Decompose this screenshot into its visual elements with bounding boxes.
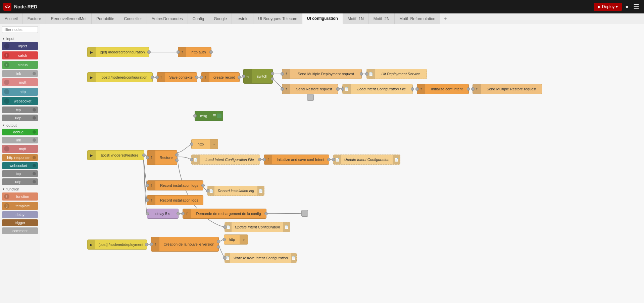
filter-nodes-input[interactable] — [2, 26, 38, 33]
switch-left-port — [242, 75, 245, 78]
sidebar-item-template[interactable]: {} template — [2, 202, 38, 210]
sidebar-item-tcp-out[interactable]: tcp — [2, 170, 38, 177]
tab-motif1n[interactable]: Motif_1N — [343, 13, 369, 24]
section-output[interactable]: ▼ output — [0, 122, 40, 128]
section-function[interactable]: ▼ function — [0, 186, 40, 192]
write-restore-label: Write restore Intent Configuration — [230, 256, 291, 260]
user-button[interactable]: ● — [624, 2, 630, 11]
tab-motif2n[interactable]: Motif_2N — [369, 13, 395, 24]
creation-out2-port — [217, 245, 220, 249]
node-init-save-conf-intent[interactable]: f Initialize and save conf Intent — [264, 155, 329, 165]
junction-node-2[interactable] — [301, 210, 308, 217]
switch-label: switch — [252, 74, 273, 78]
tab-portabilite[interactable]: Portabilite — [92, 13, 119, 24]
sidebar-item-inject[interactable]: inject — [2, 42, 38, 50]
section-input-label: input — [6, 37, 14, 41]
node-demande-rechargement[interactable]: f Demande de rechargement de la config — [183, 209, 266, 219]
node-create-record[interactable]: f create record — [201, 72, 240, 82]
msg-label: msg — [195, 114, 212, 118]
tab-add-button[interactable]: + — [440, 13, 450, 24]
sidebar-item-comment[interactable]: comment — [2, 227, 38, 234]
rec-logs2-label: Record installation logs — [155, 198, 203, 202]
node-restore[interactable]: f Restore — [147, 150, 177, 165]
catch-left-icon: ! — [4, 53, 9, 58]
get-conf-left-icon: ▶ — [88, 47, 96, 57]
tab-conseiller[interactable]: Conseiller — [119, 13, 147, 24]
sidebar-item-link-in[interactable]: link — [2, 70, 38, 77]
node-load-intent-conf-file-1[interactable]: 📄 Load Intent Configuration File — [342, 84, 413, 94]
node-initialize-conf-intent[interactable]: f Initialize conf Intent — [417, 84, 469, 94]
sidebar-item-link-out[interactable]: link — [2, 137, 38, 143]
sidebar-item-status[interactable]: ! status — [2, 61, 38, 69]
tab-testnlu[interactable]: testnlu — [232, 13, 253, 24]
rec-log-single-right-icon: 📄 — [257, 186, 264, 196]
function-left-icon: f — [4, 194, 9, 199]
node-creation-nouvelle-version[interactable]: f Création de la nouvelle version — [151, 237, 219, 252]
tab-renouvellement[interactable]: RenouvellementMot — [46, 13, 92, 24]
restore-right-ports — [175, 153, 179, 162]
node-post-nodered-restore[interactable]: ▶ [post] /nodered/restore — [87, 150, 144, 160]
node-send-multiple-restore[interactable]: f Send Multiple Restore request — [473, 84, 542, 94]
app-title: Node-RED — [14, 4, 37, 9]
sidebar-item-tcp-in[interactable]: tcp — [2, 106, 38, 113]
node-record-installation-logs-1[interactable]: f Record installation logs — [147, 180, 203, 190]
flow-canvas-container[interactable]: ▶ [get] /nodered/configuration f http au… — [40, 24, 644, 303]
sidebar-item-debug[interactable]: debug — [2, 129, 38, 135]
tab-config[interactable]: Config — [188, 13, 209, 24]
node-hit-deployment-service[interactable]: 📄 Hit Deployment Service — [366, 69, 427, 79]
sidebar-item-udp-in[interactable]: udp — [2, 115, 38, 121]
deploy-button[interactable]: ▶ Deploy ▾ — [594, 3, 622, 11]
node-record-installation-logs-2[interactable]: f Record installation logs — [147, 195, 203, 205]
node-record-installation-log-single[interactable]: 📄 Record installation log 📄 — [207, 186, 264, 196]
tab-motif-reformulation[interactable]: Motif_Reformulation — [395, 13, 440, 24]
sidebar-item-http-response[interactable]: http response — [2, 154, 38, 161]
tab-ui-configuration[interactable]: UI configuration — [302, 13, 343, 24]
node-delay-5s[interactable]: delay 5 s — [147, 209, 179, 219]
deploy-icon: ▶ — [598, 4, 601, 9]
junction-node-1[interactable] — [307, 94, 314, 101]
node-http-auth[interactable]: f http auth — [178, 47, 211, 57]
node-http-3[interactable]: http ○ — [224, 234, 248, 245]
tab-ui-bouygues[interactable]: UI Bouygues Telecom — [253, 13, 302, 24]
node-get-nodered-configuration[interactable]: ▶ [get] /nodered/configuration — [87, 47, 149, 57]
tab-facture[interactable]: Facture — [23, 13, 46, 24]
sidebar-item-delay[interactable]: delay — [2, 211, 38, 218]
sidebar: ▼ input inject ! catch ! status link mqt… — [0, 24, 40, 303]
sidebar-item-mqtt-in[interactable]: mqtt — [2, 78, 38, 86]
node-send-restore-request[interactable]: f Send Restore request — [282, 84, 338, 94]
node-post-nodered-deployment[interactable]: ▶ [post] /nodered/deployment — [87, 240, 147, 250]
node-update-intent-conf-2[interactable]: 📄 Update Intent Configuration 📄 — [225, 222, 290, 232]
tab-autresdemandes[interactable]: AutresDemandes — [147, 13, 188, 24]
node-update-intent-conf-1[interactable]: 📄 Update Intent Configuration 📄 — [333, 155, 400, 165]
flow-canvas: ▶ [get] /nodered/configuration f http au… — [40, 24, 644, 303]
node-post-nodered-configuration[interactable]: ▶ [post] /nodered/configuration — [87, 72, 153, 82]
debug-label: debug — [4, 130, 33, 134]
node-load-intent-conf-file-2[interactable]: 📄 Load Intent Configuration File — [191, 155, 260, 165]
menu-button[interactable]: ☰ — [632, 1, 641, 12]
update-conf2-label: Update Intent Configuration — [232, 225, 284, 229]
tab-accueil[interactable]: Accueil — [0, 13, 23, 24]
node-send-multiple-deployment[interactable]: f Send Multiple Deployment request — [282, 69, 362, 79]
node-msg-debug[interactable]: msg ☰ — [195, 111, 223, 121]
app-logo: <> Node-RED — [3, 3, 37, 11]
status-label: status — [9, 63, 36, 67]
tab-google[interactable]: Google — [209, 13, 232, 24]
sidebar-item-websocket-out[interactable]: websocket — [2, 162, 38, 169]
restore-out1-port — [175, 153, 179, 157]
sidebar-item-trigger[interactable]: trigger — [2, 219, 38, 226]
node-switch[interactable]: ⇋ switch — [243, 69, 273, 84]
sidebar-item-udp-out[interactable]: udp — [2, 178, 38, 185]
delay-5s-label: delay 5 s — [147, 212, 178, 216]
node-http-2[interactable]: http ○ — [191, 139, 218, 149]
switch-out2-port — [271, 77, 274, 81]
sidebar-item-catch[interactable]: ! catch — [2, 51, 38, 59]
sidebar-item-http-in[interactable]: http — [2, 88, 38, 96]
deploy-label: Deploy — [602, 4, 614, 9]
node-save-contexte[interactable]: f Save contexte — [157, 72, 197, 82]
sidebar-item-function[interactable]: f function — [2, 192, 38, 201]
send-mult-restore-label: Send Multiple Restore request — [481, 87, 542, 91]
section-input[interactable]: ▼ input — [0, 35, 40, 41]
node-write-restore-intent[interactable]: 📄 Write restore Intent Configuration 📄 — [225, 253, 297, 263]
sidebar-item-websocket-in[interactable]: websocket — [2, 97, 38, 105]
sidebar-item-mqtt-out[interactable]: mqtt — [2, 145, 38, 153]
